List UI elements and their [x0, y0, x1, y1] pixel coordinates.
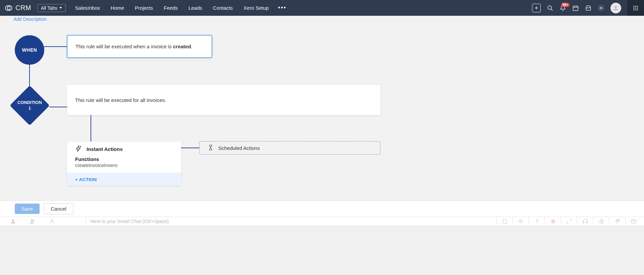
when-text: This rule will be executed when a invoic…: [75, 44, 193, 49]
chat-tool-button[interactable]: [513, 217, 529, 226]
save-bar: Save Cancel: [0, 201, 644, 217]
chat-tool-button[interactable]: [625, 217, 641, 226]
record-icon: [550, 218, 556, 224]
when-text-bold: created: [173, 44, 191, 49]
nav-link[interactable]: Projects: [135, 5, 153, 11]
chat-tool-button[interactable]: [609, 217, 625, 226]
chat-bot-button[interactable]: [49, 218, 55, 224]
svg-rect-18: [637, 9, 638, 10]
svg-line-3: [551, 9, 553, 10]
condition-description-box[interactable]: This rule will be executed for all invoi…: [67, 85, 380, 115]
condition-label-line2: 1: [29, 106, 31, 111]
search-button[interactable]: [547, 5, 553, 11]
nav-link[interactable]: Leads: [189, 5, 202, 11]
connector-line: [44, 46, 67, 47]
svg-point-9: [615, 6, 617, 8]
svg-point-2: [548, 6, 551, 9]
headset-icon: [582, 218, 588, 224]
when-node-label: WHEN: [22, 47, 37, 53]
brand[interactable]: CRM: [5, 4, 31, 12]
notification-badge: 99+: [561, 3, 570, 7]
when-text-prefix: This rule will be executed when a invoic…: [75, 44, 173, 49]
nav-link[interactable]: Feeds: [164, 5, 178, 11]
chat-presence-button[interactable]: [10, 218, 16, 224]
chat-tool-button[interactable]: [577, 217, 593, 226]
gear-icon: [598, 5, 604, 11]
chat-placeholder[interactable]: Here is your Smart Chat (Ctrl+Space): [91, 219, 169, 224]
nav-link[interactable]: Home: [111, 5, 124, 11]
instant-actions-title: Instant Actions: [87, 146, 123, 152]
chat-left-icons: [0, 218, 55, 224]
hourglass-icon: [208, 145, 214, 152]
chat-tool-button[interactable]: +: [529, 217, 545, 226]
when-text-suffix: .: [191, 44, 192, 49]
condition-node[interactable]: CONDITION 1: [10, 86, 49, 125]
svg-rect-17: [635, 9, 636, 10]
chat-contacts-button[interactable]: [30, 218, 36, 224]
chat-tool-button[interactable]: [561, 217, 577, 226]
top-nav: CRM All Tabs SalesInbox Home Projects Fe…: [0, 0, 644, 16]
add-action-button[interactable]: + ACTION: [75, 177, 97, 182]
when-description-box[interactable]: This rule will be executed when a invoic…: [67, 35, 212, 58]
smart-chat-bar: Here is your Smart Chat (Ctrl+Space) +: [0, 217, 644, 225]
clock-icon: [598, 218, 604, 224]
create-button[interactable]: +: [532, 4, 541, 12]
connector-line: [91, 115, 91, 142]
instant-actions-header: Instant Actions: [67, 142, 181, 156]
person-icon: [10, 218, 16, 224]
apps-launcher-button[interactable]: [627, 0, 644, 16]
notifications-button[interactable]: 99+: [559, 5, 566, 11]
settings-button[interactable]: [598, 5, 604, 11]
brand-text: CRM: [15, 4, 31, 12]
calendar-icon: [572, 5, 579, 11]
workflow-canvas: Add Description WHEN This rule will be e…: [0, 16, 644, 201]
svg-rect-13: [633, 7, 634, 8]
person-outline-icon: [49, 218, 55, 224]
instant-actions-body[interactable]: Functions createInvoiceInxero: [67, 156, 181, 173]
when-node[interactable]: WHEN: [15, 35, 44, 65]
brand-logo-icon: [5, 4, 13, 12]
svg-rect-4: [573, 6, 578, 10]
svg-point-27: [552, 220, 554, 222]
scheduled-actions-title: Scheduled Actions: [218, 145, 260, 151]
svg-point-20: [12, 219, 14, 221]
svg-point-22: [33, 220, 35, 221]
all-tabs-dropdown[interactable]: All Tabs: [37, 4, 66, 12]
connector-line: [29, 61, 30, 88]
expand-icon: [566, 218, 572, 224]
chat-divider: [86, 217, 86, 225]
chat-tool-button[interactable]: [593, 217, 609, 226]
svg-rect-28: [583, 221, 584, 223]
calendar-button[interactable]: [572, 5, 579, 11]
chat-tool-button[interactable]: [545, 217, 561, 226]
profile-button[interactable]: [610, 3, 621, 13]
note-icon: [502, 218, 508, 224]
svg-rect-14: [635, 7, 636, 8]
instant-actions-footer: + ACTION: [67, 173, 181, 185]
scheduled-actions-card[interactable]: Scheduled Actions: [199, 141, 380, 155]
apps-grid-icon: [633, 5, 639, 11]
avatar-icon: [610, 3, 621, 13]
save-button[interactable]: Save: [15, 204, 40, 214]
nav-link[interactable]: Xero Setup: [244, 5, 269, 11]
chat-tool-button[interactable]: [496, 217, 513, 226]
svg-rect-10: [633, 6, 634, 7]
svg-point-23: [51, 219, 53, 221]
nav-link[interactable]: SalesInbox: [75, 5, 100, 11]
nav-more-icon[interactable]: •••: [278, 4, 286, 11]
cancel-button[interactable]: Cancel: [44, 203, 73, 214]
store-icon: [585, 5, 592, 11]
instant-actions-card: Instant Actions Functions createInvoiceI…: [67, 142, 181, 185]
function-name: createInvoiceInxero: [75, 163, 173, 168]
refresh-icon: [614, 218, 621, 224]
add-description-link[interactable]: Add Description: [13, 16, 47, 22]
nav-link[interactable]: Contacts: [213, 5, 233, 11]
functions-label: Functions: [75, 156, 173, 162]
svg-rect-12: [637, 6, 638, 7]
search-icon: [547, 5, 553, 11]
megaphone-icon: [518, 218, 524, 224]
connector-line: [49, 107, 67, 107]
marketplace-button[interactable]: [585, 5, 592, 11]
svg-text:+: +: [538, 221, 539, 223]
svg-point-21: [31, 219, 33, 221]
